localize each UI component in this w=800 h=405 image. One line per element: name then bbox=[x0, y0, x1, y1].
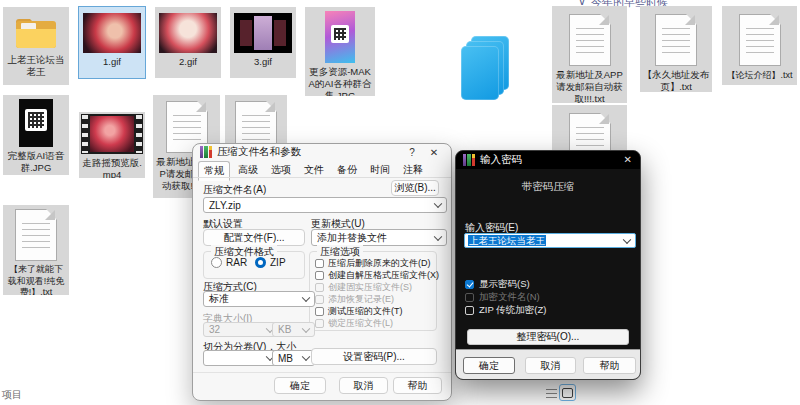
chevron-down-icon bbox=[302, 324, 310, 332]
chevron-down-icon bbox=[302, 294, 310, 302]
file-name: 上老王论坛当老王 bbox=[3, 54, 69, 78]
checkbox-icon bbox=[465, 306, 474, 315]
list-view-icon[interactable] bbox=[546, 389, 557, 398]
text-file-icon bbox=[655, 14, 697, 66]
file-name: 3.gif bbox=[252, 56, 274, 68]
dialog-divider bbox=[193, 372, 451, 373]
profiles-button[interactable]: 配置文件(F)... bbox=[203, 229, 305, 246]
archive-dialog: 压缩文件名和参数 ? ✕ 常规 高级 选项 文件 备份 时间 注释 压缩文件名(… bbox=[192, 143, 452, 401]
ok-button[interactable]: 确定 bbox=[463, 357, 515, 374]
tab-time[interactable]: 时间 bbox=[365, 161, 395, 181]
close-icon[interactable]: ✕ bbox=[427, 146, 441, 158]
file-name: 【论坛介绍】.txt bbox=[724, 69, 794, 81]
tab-comment[interactable]: 注释 bbox=[398, 161, 428, 181]
chevron-down-icon bbox=[302, 353, 310, 361]
radio-label: ZIP bbox=[270, 257, 286, 268]
help-button[interactable]: 帮助 bbox=[393, 377, 442, 394]
video-thumbnail bbox=[81, 114, 143, 154]
checkbox-icon bbox=[315, 259, 324, 268]
file-tile-free-txt[interactable]: 【来了就能下载和观看!纯免费!】.txt bbox=[3, 205, 69, 295]
tab-divider bbox=[193, 177, 451, 178]
cancel-button[interactable]: 取消 bbox=[339, 377, 388, 394]
file-tile-1-gif[interactable]: 1.gif bbox=[79, 7, 145, 78]
checkbox-icon bbox=[315, 307, 324, 316]
checkbox-icon bbox=[315, 319, 324, 328]
password-dialog: 输入密码 ✕ 带密码压缩 输入密码(E) 上老王论坛当老王 显示密码(S) 加密… bbox=[455, 150, 641, 380]
desktop-explorer: ∨ 今年的早些时候 上老王论坛当老王 1.gif 2.gif 3.gif 更多资… bbox=[0, 0, 800, 405]
archive-name-combo[interactable]: ZLY.zip bbox=[203, 197, 447, 213]
checkbox-icon bbox=[315, 283, 324, 292]
text-file-icon bbox=[569, 14, 611, 66]
file-name: 2.gif bbox=[177, 56, 199, 68]
dictionary-size-combo: 32 bbox=[203, 322, 279, 337]
file-tile-folder[interactable]: 上老王论坛当老王 bbox=[3, 7, 69, 85]
method-combo[interactable]: 标准 bbox=[203, 291, 315, 307]
checkbox-icon bbox=[465, 293, 474, 302]
gif-thumbnail bbox=[83, 13, 141, 53]
file-name: 1.gif bbox=[101, 56, 123, 68]
file-tile-qr-jpg[interactable]: 完整版AI语音群.JPG bbox=[3, 95, 69, 175]
chevron-down-icon bbox=[623, 235, 631, 243]
format-rar-radio[interactable]: RAR bbox=[211, 257, 247, 268]
archive-dialog-title: 压缩文件名和参数 bbox=[217, 145, 301, 159]
file-tile-3-gif[interactable]: 3.gif bbox=[230, 7, 296, 78]
organize-passwords-button[interactable]: 整理密码(O)... bbox=[467, 329, 629, 345]
show-password-checkbox[interactable]: 显示密码(S) bbox=[465, 278, 530, 291]
file-name: 更多资源-MAKA的AI各种群合集.JPG bbox=[305, 66, 375, 96]
method-value: 标准 bbox=[209, 292, 229, 306]
status-items-count: 项目 bbox=[2, 388, 22, 402]
checkbox-label: 锁定压缩文件(L) bbox=[328, 317, 393, 330]
file-tile-recent-address-txt[interactable]: 最新地址及APP请发邮箱自动获取!!!.txt bbox=[552, 6, 627, 103]
browse-button[interactable]: 浏览(B)... bbox=[391, 180, 439, 196]
tab-files[interactable]: 文件 bbox=[299, 161, 329, 181]
archive-name-value: ZLY.zip bbox=[209, 200, 241, 211]
file-name: 走路摇预览版.mp4 bbox=[79, 157, 145, 178]
cancel-button[interactable]: 取消 bbox=[525, 357, 576, 374]
update-mode-combo[interactable]: 添加并替换文件 bbox=[311, 229, 447, 246]
zip-legacy-encryption-checkbox[interactable]: ZIP 传统加密(Z) bbox=[465, 304, 546, 317]
file-tile-forum-intro-txt[interactable]: 【论坛介绍】.txt bbox=[722, 6, 797, 85]
help-button[interactable]: 帮助 bbox=[583, 357, 636, 374]
file-name: 完整版AI语音群.JPG bbox=[3, 150, 69, 174]
ok-button[interactable]: 确定 bbox=[274, 377, 326, 394]
split-size-combo[interactable] bbox=[203, 350, 279, 366]
help-icon[interactable]: ? bbox=[405, 146, 419, 158]
file-name: 最新地址及APP请发邮箱自动获取!!!.txt bbox=[552, 69, 627, 103]
dictionary-unit-value: KB bbox=[278, 324, 291, 335]
gif-thumbnail bbox=[234, 13, 292, 53]
checkbox-checked-icon bbox=[465, 280, 474, 289]
file-tile-mp4[interactable]: 走路摇预览版.mp4 bbox=[79, 112, 145, 178]
encrypt-filenames-checkbox: 加密文件名(N) bbox=[465, 291, 540, 304]
format-zip-radio[interactable]: ZIP bbox=[255, 257, 286, 268]
tab-general[interactable]: 常规 bbox=[198, 161, 230, 181]
radio-selected-icon bbox=[255, 257, 266, 268]
password-dialog-footer: 确定 取消 帮助 bbox=[456, 349, 640, 379]
close-icon[interactable]: ✕ bbox=[624, 154, 632, 165]
checkbox-icon bbox=[315, 271, 324, 280]
password-input[interactable]: 上老王论坛当老王 bbox=[464, 233, 636, 248]
update-mode-value: 添加并替换文件 bbox=[317, 231, 387, 245]
image-thumbnail bbox=[19, 99, 53, 147]
password-dialog-titlebar[interactable]: 输入密码 bbox=[456, 151, 640, 169]
file-tile-permanent-address-txt[interactable]: 【永久地址发布页】.txt bbox=[640, 6, 712, 92]
file-tile-maka-jpg[interactable]: 更多资源-MAKA的AI各种群合集.JPG bbox=[305, 7, 375, 96]
radio-icon bbox=[211, 257, 222, 268]
checkbox-label: 显示密码(S) bbox=[479, 278, 530, 291]
password-selected-text: 上老王论坛当老王 bbox=[468, 235, 546, 246]
image-thumbnail bbox=[325, 11, 355, 63]
tab-backup[interactable]: 备份 bbox=[332, 161, 362, 181]
password-dialog-title: 输入密码 bbox=[480, 153, 522, 167]
gif-thumbnail bbox=[159, 13, 217, 53]
thumbnail-view-button[interactable] bbox=[559, 384, 576, 401]
tab-options[interactable]: 选项 bbox=[266, 161, 296, 181]
set-password-button[interactable]: 设置密码(P)... bbox=[311, 348, 437, 365]
dragged-files-stack-icon bbox=[455, 36, 509, 110]
tab-advanced[interactable]: 高级 bbox=[233, 161, 263, 181]
text-file-icon bbox=[739, 14, 781, 66]
split-unit-combo[interactable]: MB bbox=[272, 350, 315, 366]
folder-icon bbox=[13, 15, 59, 51]
option-lock-checkbox: 锁定压缩文件(L) bbox=[315, 317, 393, 330]
file-tile-2-gif[interactable]: 2.gif bbox=[155, 7, 221, 78]
winrar-icon bbox=[200, 146, 212, 158]
checkbox-icon bbox=[315, 295, 324, 304]
